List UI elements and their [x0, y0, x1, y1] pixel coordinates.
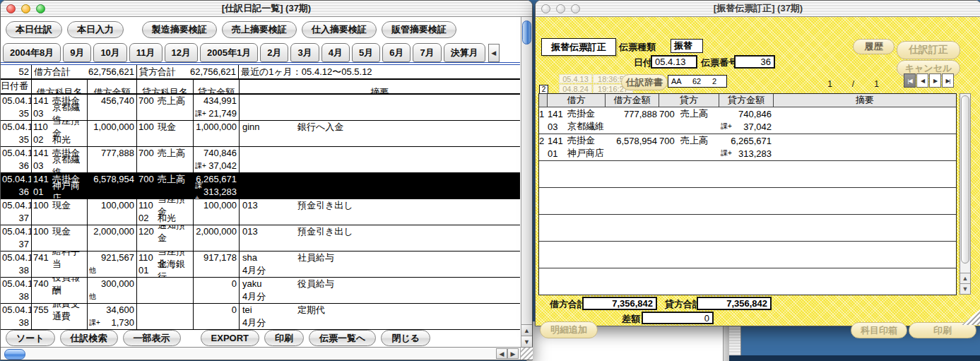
tab-month-10[interactable]: 5月 — [352, 43, 380, 62]
slip-detail-row[interactable]: 114103売掛金京都繊維777,888700売上高740,846課+37,04… — [539, 107, 956, 134]
slip-detail-row[interactable] — [539, 242, 956, 268]
memo-code: 013 — [240, 225, 297, 238]
credit-account-cell: 110当座預金02和光 — [137, 199, 194, 225]
titlebar[interactable]: [振替伝票訂正] (37期) — [536, 1, 980, 17]
debit-account-cell-line2 — [32, 238, 87, 251]
last-record-icon[interactable]: ▶| — [942, 73, 954, 88]
titlebar[interactable]: [仕訳日記一覧] (37期) — [1, 1, 532, 17]
tab-month-4[interactable]: 11月 — [129, 43, 163, 62]
date-cell-line2: 38 — [1, 264, 31, 277]
debit-code-cell — [548, 188, 567, 214]
resize-grip-icon[interactable] — [520, 347, 533, 360]
debit-tax-label: 他 — [89, 264, 96, 277]
table-row[interactable]: 05.04.1336141売掛金03京都繊維777,888700売上高740,8… — [1, 147, 520, 173]
vscroll-thumb[interactable] — [522, 20, 531, 45]
tab-scroll-left-icon[interactable]: ◀ — [488, 44, 500, 62]
footer-button-1[interactable]: ソート — [6, 330, 55, 346]
table-row[interactable]: 05.04.1338741給料手当921,567他110当座預金01北海銀行91… — [1, 251, 520, 278]
slip-detail-row[interactable] — [539, 268, 956, 295]
horizontal-scrollbar[interactable]: ◀ ▶ — [1, 347, 520, 360]
table-row[interactable]: 05.04.1337100現金100,000110当座預金02和光100,000… — [1, 199, 520, 225]
credit-name-cell-line1 — [680, 188, 719, 201]
history-button[interactable]: 履歴 — [853, 39, 895, 54]
slip-type-field[interactable]: 振替 — [671, 39, 703, 53]
toolbar-button-6[interactable]: 販管摘要検証 — [382, 21, 456, 38]
slip-no-field[interactable]: 36 — [734, 55, 775, 69]
scroll-up-icon[interactable]: ▲ — [521, 324, 532, 336]
tab-month-2[interactable]: 9月 — [63, 43, 91, 62]
toolbar-button-2[interactable]: 本日入力 — [67, 21, 124, 38]
toolbar-button-4[interactable]: 売上摘要検証 — [222, 21, 297, 38]
table-row[interactable]: 05.04.1337100現金2,000,000120通知預金2,000,000… — [1, 225, 520, 251]
date-field[interactable]: 05.4.13 — [651, 55, 697, 69]
journal-dictionary-button[interactable]: 仕訳辞書 — [621, 74, 668, 90]
debit-code-cell-line1 — [548, 161, 567, 174]
footer-button-7[interactable]: 閉じる — [381, 330, 430, 346]
resize-grip-icon[interactable] — [962, 309, 980, 325]
journal-correct-button[interactable]: 仕訳訂正 — [897, 41, 960, 59]
credit-sub-code: 01 — [137, 264, 158, 277]
first-record-icon[interactable]: |◀ — [904, 73, 916, 88]
table-scroll-thumb[interactable] — [961, 95, 969, 264]
slip-detail-row[interactable] — [539, 161, 956, 188]
scroll-down-icon[interactable]: ▼ — [960, 283, 970, 294]
footer-button-6[interactable]: 伝票一覧へ — [309, 330, 376, 346]
table-row[interactable]: 05.04.1336141売掛金01神戸商店6,578,954700売上高6,2… — [1, 173, 520, 199]
scroll-left-icon[interactable]: ◀ — [496, 348, 507, 359]
table-row[interactable]: 05.04.1338740役員報酬300,000他0yaku役員給与4月分 — [1, 278, 520, 304]
credit-account-cell-line1: 110当座預金 — [137, 199, 193, 212]
tab-month-3[interactable]: 10月 — [93, 43, 126, 62]
debit-account-cell-line1: 110当座預金 — [32, 121, 87, 134]
table-header: 日付番号借方科目名借方金額貸方科目名貸方金額摘要 — [1, 80, 520, 95]
vertical-scrollbar[interactable]: ▲ ▼ — [521, 17, 532, 347]
debit-code: 110 — [32, 121, 52, 134]
table-row[interactable]: 05.04.1335141売掛金03京都繊維456,740700売上高434,9… — [1, 95, 520, 121]
debit-amount-cell-line1: 100,000 — [88, 199, 136, 212]
subject-print-button[interactable]: 科目印箱 — [851, 322, 907, 338]
tab-month-7[interactable]: 2月 — [260, 43, 288, 62]
tab-month-8[interactable]: 3月 — [290, 43, 319, 62]
debit-account-cell-line1: 741給料手当 — [32, 251, 87, 264]
credit-account-cell-line2 — [137, 290, 193, 303]
scroll-up-icon[interactable]: ▲ — [960, 273, 970, 283]
slip-detail-row[interactable] — [539, 215, 956, 242]
scroll-right-icon[interactable]: ▶ — [507, 348, 519, 359]
toolbar-button-5[interactable]: 仕入摘要検証 — [302, 21, 377, 38]
debit-amount-cell — [606, 215, 659, 241]
credit-code-cell — [659, 268, 680, 295]
toolbar-button-3[interactable]: 製造摘要検証 — [142, 21, 217, 38]
row-number-cell-line1 — [539, 242, 548, 254]
footer-button-2[interactable]: 仕訳検索 — [60, 330, 118, 346]
credit-tax-label: 課+ — [721, 148, 732, 158]
debit-amount-cell-line1: 777,888 — [88, 147, 136, 160]
dictionary-field[interactable]: AA 62 2 — [668, 75, 727, 88]
next-record-icon[interactable]: ▶ — [929, 73, 941, 88]
credit-code-cell-line2 — [659, 120, 680, 133]
tab-month-9[interactable]: 4月 — [321, 43, 350, 62]
footer-button-5[interactable]: 印刷 — [264, 330, 304, 346]
tab-month-11[interactable]: 6月 — [382, 43, 411, 62]
hscroll-thumb[interactable] — [4, 349, 25, 360]
credit-account-cell — [137, 278, 194, 303]
toolbar-button-1[interactable]: 本日仕訳 — [6, 21, 62, 38]
memo-cell-line1 — [774, 215, 956, 227]
slip-detail-row[interactable]: 214101売掛金神戸商店6,578,954700売上高6,265,671課+3… — [539, 134, 956, 161]
table-row[interactable]: 05.04.1338755旅費交通費34,600課+1,7300tei定期代4月… — [1, 304, 520, 330]
tab-month-13[interactable]: 決算月 — [444, 43, 485, 62]
scroll-down-icon[interactable]: ▼ — [521, 336, 532, 347]
tab-month-1[interactable]: 2004年8月 — [3, 43, 61, 62]
debit-amount-cell: 2,000,000 — [88, 225, 137, 251]
add-detail-button[interactable]: 明細追加 — [540, 321, 598, 338]
table-scrollbar[interactable]: ▲ ▼ — [960, 93, 971, 295]
footer-button-3[interactable]: 一部表示 — [123, 330, 181, 346]
slip-detail-row[interactable] — [539, 188, 956, 215]
credit-tax-label: 課+ — [195, 179, 203, 199]
tab-month-5[interactable]: 12月 — [165, 43, 198, 62]
footer-button-4[interactable]: EXPORT — [201, 330, 259, 346]
debit-code-cell — [548, 242, 567, 268]
previous-record-icon[interactable]: ◀ — [916, 73, 928, 88]
tab-month-12[interactable]: 7月 — [413, 43, 441, 62]
credit-amount-cell — [719, 188, 774, 214]
table-row[interactable]: 05.04.1335110当座預金02和光1,000,000100現金1,000… — [1, 121, 520, 147]
tab-month-6[interactable]: 2005年1月 — [200, 43, 258, 62]
